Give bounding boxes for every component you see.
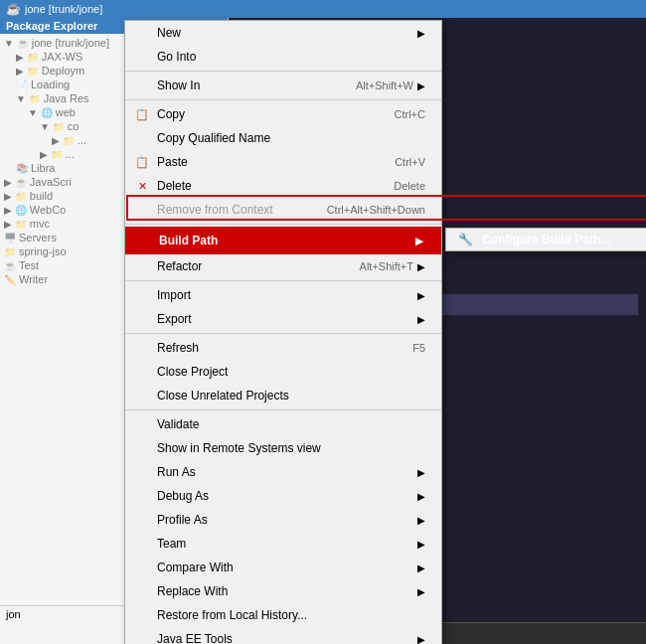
arrow-icon: ▶ — [417, 563, 425, 573]
arrow-icon: ▶ — [417, 290, 425, 301]
export-label: Export — [157, 312, 413, 326]
menu-item-remove-from-context: Remove from Context Ctrl+Alt+Shift+Down — [125, 198, 441, 222]
compare-with-label: Compare With — [157, 561, 413, 574]
menu-item-replace-with[interactable]: Replace With ▶ — [125, 579, 441, 603]
show-in-icon — [133, 77, 151, 94]
replace-with-label: Replace With — [157, 584, 413, 598]
new-icon — [133, 24, 151, 42]
go-into-icon — [133, 48, 151, 66]
delete-icon: ✕ — [133, 177, 151, 195]
close-project-label: Close Project — [157, 365, 425, 379]
menu-item-copy[interactable]: 📋 Copy Ctrl+C — [125, 102, 441, 126]
show-in-shortcut: Alt+Shift+W — [356, 80, 413, 91]
team-label: Team — [157, 537, 413, 551]
context-menu-overlay: New ▶ Go Into Show In Alt+Shift+W ▶ 📋 Co… — [0, 0, 646, 644]
paste-shortcut: Ctrl+V — [395, 156, 425, 168]
java-ee-icon — [133, 630, 151, 644]
remove-label: Remove from Context — [157, 203, 303, 217]
team-icon — [133, 535, 151, 553]
arrow-icon: ▶ — [417, 80, 425, 91]
profile-icon — [133, 511, 151, 529]
arrow-icon: ▶ — [417, 634, 425, 645]
arrow-icon: ▶ — [417, 467, 425, 478]
menu-item-refactor[interactable]: Refactor Alt+Shift+T ▶ — [125, 254, 441, 278]
arrow-icon: ▶ — [417, 586, 425, 597]
restore-label: Restore from Local History... — [157, 608, 425, 622]
menu-item-go-into[interactable]: Go Into — [125, 45, 441, 69]
menu-item-import[interactable]: Import ▶ — [125, 283, 441, 307]
context-menu: New ▶ Go Into Show In Alt+Shift+W ▶ 📋 Co… — [124, 20, 442, 644]
arrow-icon: ▶ — [417, 261, 425, 272]
remove-icon — [133, 201, 151, 219]
configure-build-path-label: Configure Build Path... — [482, 233, 610, 246]
debug-icon — [133, 487, 151, 505]
new-label: New — [157, 26, 413, 40]
refresh-shortcut: F5 — [412, 342, 425, 354]
arrow-icon: ▶ — [417, 515, 425, 526]
arrow-icon: ▶ — [417, 539, 425, 550]
delete-shortcut: Delete — [394, 180, 425, 192]
menu-separator — [125, 71, 441, 72]
go-into-label: Go Into — [157, 50, 425, 64]
compare-icon — [133, 559, 151, 576]
paste-icon: 📋 — [133, 153, 151, 171]
show-remote-label: Show in Remote Systems view — [157, 441, 425, 455]
configure-build-path-item[interactable]: 🔧 Configure Build Path... — [446, 229, 646, 250]
paste-label: Paste — [157, 155, 371, 169]
import-label: Import — [157, 288, 413, 302]
menu-item-export[interactable]: Export ▶ — [125, 307, 441, 331]
menu-item-close-unrelated[interactable]: Close Unrelated Projects — [125, 384, 441, 407]
copy-label: Copy — [157, 107, 371, 121]
menu-item-validate[interactable]: Validate — [125, 412, 441, 436]
menu-item-build-path[interactable]: Build Path ▶ 🔧 Configure Build Path... — [125, 227, 441, 254]
menu-item-refresh[interactable]: Refresh F5 — [125, 336, 441, 360]
menu-item-new[interactable]: New ▶ — [125, 21, 441, 45]
menu-item-paste[interactable]: 📋 Paste Ctrl+V — [125, 150, 441, 174]
menu-item-debug-as[interactable]: Debug As ▶ — [125, 484, 441, 508]
menu-item-show-remote[interactable]: Show in Remote Systems view — [125, 436, 441, 460]
delete-label: Delete — [157, 179, 370, 193]
menu-item-copy-qualified-name[interactable]: Copy Qualified Name — [125, 126, 441, 150]
run-icon — [133, 463, 151, 481]
close-unrelated-icon — [133, 387, 151, 404]
refresh-label: Refresh — [157, 341, 389, 355]
menu-item-restore[interactable]: Restore from Local History... — [125, 603, 441, 627]
copy-shortcut: Ctrl+C — [395, 108, 425, 120]
menu-separator — [125, 224, 441, 225]
menu-separator — [125, 280, 441, 281]
arrow-icon: ▶ — [417, 491, 425, 502]
refactor-shortcut: Alt+Shift+T — [360, 260, 413, 272]
refresh-icon — [133, 339, 151, 357]
replace-icon — [133, 582, 151, 600]
validate-label: Validate — [157, 417, 425, 431]
menu-separator — [125, 99, 441, 100]
import-icon — [133, 286, 151, 304]
copy-qualified-icon — [133, 129, 151, 147]
close-project-icon — [133, 363, 151, 381]
arrow-icon: ▶ — [415, 236, 423, 246]
copy-qualified-label: Copy Qualified Name — [157, 131, 425, 145]
debug-as-label: Debug As — [157, 489, 413, 503]
menu-item-java-ee[interactable]: Java EE Tools ▶ — [125, 627, 441, 644]
menu-item-profile-as[interactable]: Profile As ▶ — [125, 508, 441, 532]
menu-item-team[interactable]: Team ▶ — [125, 532, 441, 556]
build-path-submenu: 🔧 Configure Build Path... — [445, 228, 646, 251]
close-unrelated-label: Close Unrelated Projects — [157, 389, 425, 402]
run-as-label: Run As — [157, 465, 413, 479]
menu-separator — [125, 333, 441, 334]
menu-item-close-project[interactable]: Close Project — [125, 360, 441, 384]
java-ee-label: Java EE Tools — [157, 632, 413, 644]
menu-item-show-in[interactable]: Show In Alt+Shift+W ▶ — [125, 74, 441, 97]
validate-icon — [133, 415, 151, 433]
menu-item-delete[interactable]: ✕ Delete Delete — [125, 174, 441, 198]
configure-icon: 🔧 — [458, 233, 476, 246]
arrow-icon: ▶ — [417, 314, 425, 325]
menu-separator — [125, 409, 441, 410]
restore-icon — [133, 606, 151, 624]
menu-item-run-as[interactable]: Run As ▶ — [125, 460, 441, 484]
show-remote-icon — [133, 439, 151, 457]
profile-as-label: Profile As — [157, 513, 413, 527]
show-in-label: Show In — [157, 79, 332, 92]
menu-item-compare-with[interactable]: Compare With ▶ — [125, 556, 441, 579]
remove-shortcut: Ctrl+Alt+Shift+Down — [327, 204, 425, 216]
